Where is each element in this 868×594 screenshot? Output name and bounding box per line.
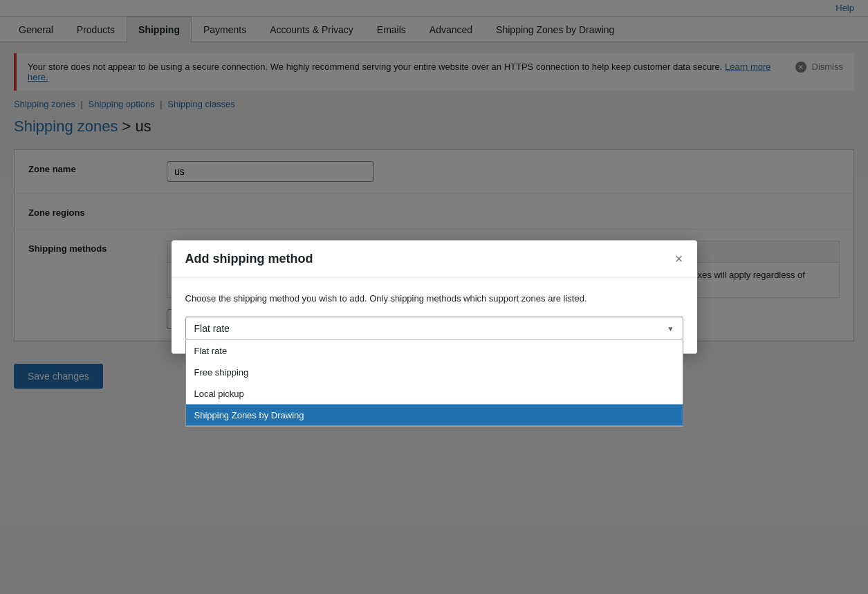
modal-close-button[interactable]: × (675, 252, 683, 266)
shipping-method-dropdown: Flat rate Free shipping Local pickup Shi… (185, 340, 683, 402)
option-flat-rate[interactable]: Flat rate (186, 340, 683, 362)
option-free-shipping[interactable]: Free shipping (186, 362, 683, 383)
shipping-method-select[interactable]: Flat rate ▼ (185, 317, 683, 340)
modal-title: Add shipping method (185, 251, 313, 266)
modal-header: Add shipping method × (172, 240, 697, 277)
select-arrow-icon: ▼ (667, 324, 674, 332)
modal-body: Choose the shipping method you wish to a… (172, 277, 697, 354)
select-current-value: Flat rate (194, 323, 230, 334)
shipping-method-select-wrapper: Flat rate ▼ Flat rate Free shipping Loca… (185, 317, 683, 340)
add-shipping-method-modal: Add shipping method × Choose the shippin… (172, 240, 697, 354)
modal-description: Choose the shipping method you wish to a… (185, 291, 683, 306)
option-local-pickup[interactable]: Local pickup (186, 383, 683, 402)
